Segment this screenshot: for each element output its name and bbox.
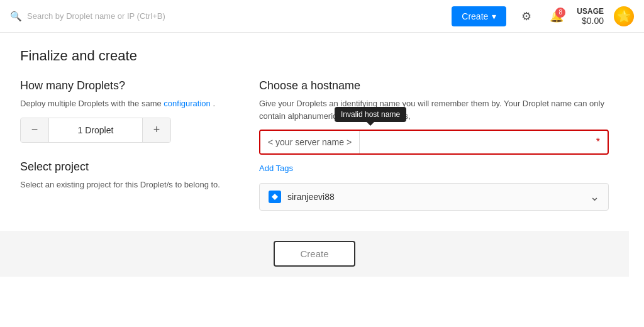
select-project-title: Select project (20, 160, 221, 174)
create-arrow-icon: ▾ (492, 11, 496, 21)
usage-label-text: USAGE (577, 7, 604, 16)
search-icon: 🔍 (10, 11, 22, 22)
two-column-layout: How many Droplets? Deploy multiple Dropl… (20, 79, 609, 211)
project-name: siranjeevi88 (287, 192, 335, 202)
hostname-prefix: < your server name > (260, 131, 360, 153)
increment-button[interactable]: + (143, 118, 170, 143)
chevron-down-icon: ⌄ (590, 190, 599, 204)
header: 🔍 Search by Droplet name or IP (Ctrl+B) … (0, 0, 644, 33)
notification-badge: 8 (555, 8, 565, 18)
invalid-hostname-tooltip: Invalid host name (335, 107, 406, 122)
create-label: Create (462, 11, 488, 21)
notifications-icon[interactable]: 🔔 8 (547, 6, 567, 26)
left-column: How many Droplets? Deploy multiple Dropl… (20, 79, 221, 198)
settings-icon[interactable]: ⚙ (516, 6, 536, 26)
avatar-emoji: ⭐ (617, 9, 631, 23)
main-content: Finalize and create How many Droplets? D… (0, 33, 629, 292)
hostname-input[interactable] (360, 131, 589, 153)
page-title: Finalize and create (20, 48, 609, 64)
create-main-button[interactable]: Create (274, 241, 355, 267)
counter-value: 1 Droplet (48, 118, 143, 142)
header-right: Create ▾ ⚙ 🔔 8 USAGE $0.00 ⭐ (452, 6, 634, 26)
how-many-title: How many Droplets? (20, 79, 221, 92)
avatar[interactable]: ⭐ (614, 6, 634, 26)
hostname-input-wrap: Invalid host name < your server name > * (259, 130, 609, 155)
hostname-desc: Give your Droplets an identifying name y… (259, 97, 609, 122)
droplet-counter: − 1 Droplet + (20, 118, 171, 143)
right-column: Choose a hostname Give your Droplets an … (259, 79, 609, 211)
configuration-link[interactable]: configuration (164, 99, 210, 108)
create-button[interactable]: Create ▾ (452, 6, 506, 26)
search-bar[interactable]: 🔍 Search by Droplet name or IP (Ctrl+B) (10, 11, 452, 22)
create-bar: Create (0, 231, 629, 277)
hostname-title: Choose a hostname (259, 79, 609, 92)
add-tags-link[interactable]: Add Tags (259, 164, 293, 173)
usage-info: USAGE $0.00 (577, 7, 604, 26)
select-project-desc: Select an existing project for this Drop… (20, 179, 221, 191)
how-many-desc: Deploy multiple Droplets with the same c… (20, 97, 221, 110)
hostname-required-marker: * (589, 131, 608, 153)
config-period: . (211, 99, 215, 108)
decrement-button[interactable]: − (21, 118, 48, 143)
project-icon (269, 191, 281, 203)
project-dropdown-left: siranjeevi88 (269, 191, 335, 203)
select-project-section: Select project Select an existing projec… (20, 160, 221, 191)
search-placeholder-text: Search by Droplet name or IP (Ctrl+B) (27, 11, 165, 21)
project-dropdown[interactable]: siranjeevi88 ⌄ (259, 183, 609, 211)
usage-amount: $0.00 (577, 16, 604, 26)
how-many-desc-text: Deploy multiple Droplets with the same (20, 99, 162, 108)
hostname-input-row: < your server name > * (259, 130, 609, 155)
